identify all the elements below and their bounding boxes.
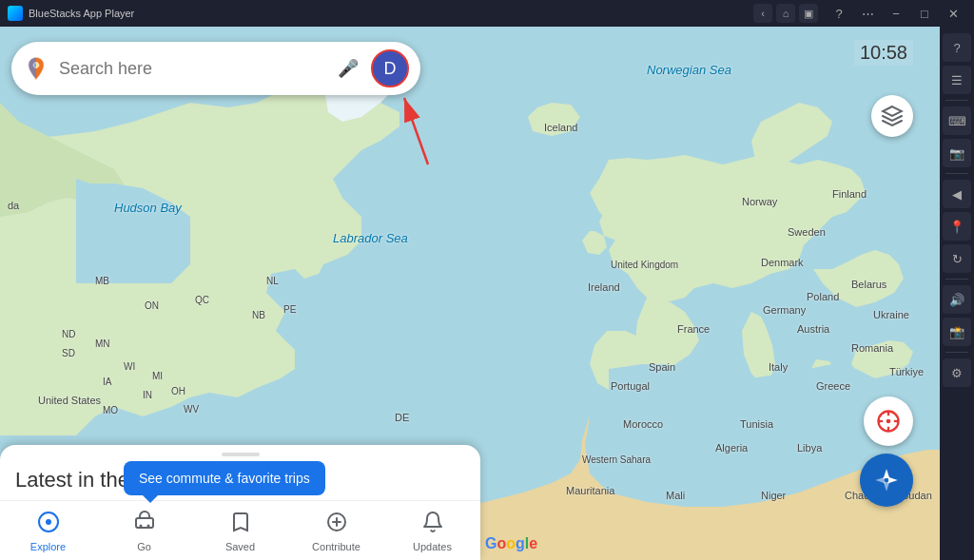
restore-button[interactable]: □ [911, 0, 938, 27]
sidebar-rotate-btn[interactable]: ↻ [943, 244, 971, 273]
sidebar-volume-btn[interactable]: 🔊 [943, 285, 971, 314]
titlebar-nav: ‹ ⌂ ▣ [753, 4, 818, 23]
svg-point-12 [139, 525, 142, 528]
nav-item-saved[interactable]: Saved [192, 507, 288, 556]
home-button[interactable]: ⌂ [776, 4, 795, 23]
window-controls: ? ⋯ − □ ✕ [826, 0, 966, 27]
navigation-icon [873, 467, 900, 493]
app-title: BlueStacks App Player [29, 8, 753, 19]
microphone-icon[interactable]: 🎤 [333, 53, 363, 84]
sidebar-menu-btn[interactable]: ☰ [943, 66, 971, 94]
nav-item-go[interactable]: Go [96, 507, 192, 556]
svg-point-4 [886, 419, 891, 424]
updates-icon [421, 511, 444, 539]
nav-item-updates[interactable]: Updates [384, 507, 480, 556]
main-area: Norwegian Sea Iceland Hudson Bay Labrado… [0, 27, 974, 560]
bluestacks-logo [8, 6, 23, 21]
settings-button[interactable]: ⋯ [854, 0, 881, 27]
time-display: 10:58 [854, 40, 913, 66]
sidebar-location-btn[interactable]: 📍 [943, 212, 971, 241]
close-button[interactable]: ✕ [940, 0, 966, 27]
maps-pin-icon [23, 55, 49, 82]
sidebar-settings-btn[interactable]: ⚙ [943, 358, 971, 387]
help-button[interactable]: ? [826, 0, 852, 27]
panel-handle [222, 453, 260, 456]
nav-item-explore[interactable]: Explore [0, 507, 96, 556]
nav-item-contribute[interactable]: Contribute [288, 507, 384, 556]
tabs-button[interactable]: ▣ [799, 4, 818, 23]
bottom-nav: Explore Go [0, 500, 480, 560]
google-logo: Google [485, 535, 537, 552]
go-label: Go [137, 541, 151, 552]
sidebar-search-btn[interactable]: ? [943, 33, 971, 62]
titlebar: BlueStacks App Player ‹ ⌂ ▣ ? ⋯ − □ ✕ [0, 0, 974, 27]
sidebar-divider-2 [945, 173, 968, 174]
sidebar-divider-4 [945, 352, 968, 353]
explore-icon [37, 511, 60, 539]
layers-button[interactable] [871, 95, 913, 137]
svg-rect-11 [136, 518, 153, 528]
saved-label: Saved [225, 541, 255, 552]
svg-point-13 [146, 525, 149, 528]
saved-icon [229, 511, 252, 539]
go-icon [133, 511, 156, 539]
sidebar-back-btn[interactable]: ◀ [943, 180, 971, 208]
bottom-panel: Latest in the area See commute & favorit… [0, 445, 480, 560]
svg-point-10 [46, 519, 51, 525]
compass-icon [875, 408, 902, 434]
map-area[interactable]: Norwegian Sea Iceland Hudson Bay Labrado… [0, 27, 940, 560]
updates-label: Updates [413, 541, 452, 552]
contribute-label: Contribute [312, 541, 360, 552]
user-avatar[interactable]: D [371, 49, 409, 87]
sidebar-divider-1 [945, 100, 968, 101]
navigate-button[interactable] [860, 454, 913, 507]
commute-tooltip: See commute & favorite trips [124, 461, 325, 495]
sidebar-camera-btn[interactable]: 📸 [943, 318, 971, 346]
sidebar-screenshot-btn[interactable]: 📷 [943, 139, 971, 167]
search-bar: 🎤 D [11, 42, 420, 95]
contribute-icon [325, 511, 348, 539]
explore-label: Explore [30, 541, 66, 552]
search-input[interactable] [59, 59, 329, 79]
sidebar-keyboard-btn[interactable]: ⌨ [943, 106, 971, 135]
layers-icon [881, 105, 904, 127]
back-button[interactable]: ‹ [753, 4, 772, 23]
minimize-button[interactable]: − [883, 0, 909, 27]
location-button[interactable] [864, 396, 913, 446]
right-sidebar: ? ☰ ⌨ 📷 ◀ 📍 ↻ 🔊 📸 ⚙ [940, 27, 974, 560]
sidebar-divider-3 [945, 279, 968, 280]
